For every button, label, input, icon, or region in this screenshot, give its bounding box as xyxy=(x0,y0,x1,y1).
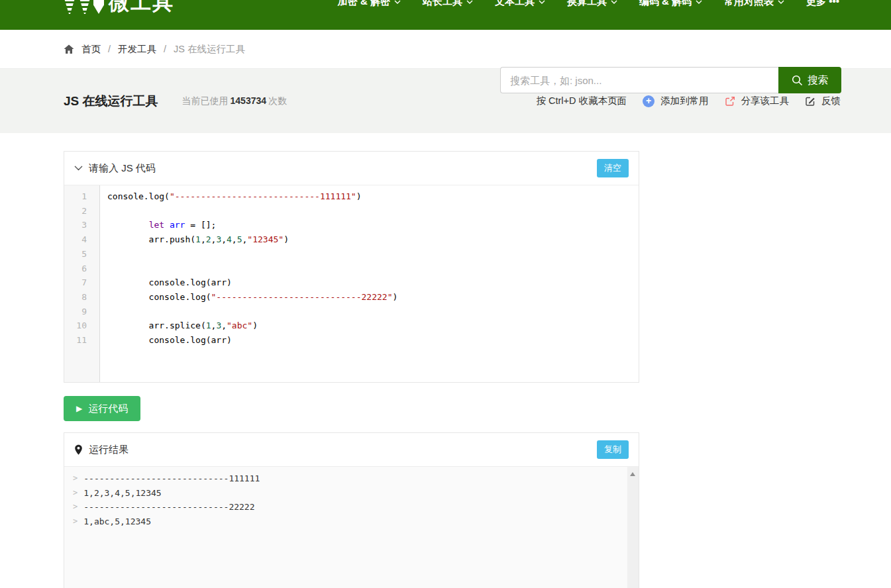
code-editor[interactable]: 1console.log("--------------------------… xyxy=(64,185,639,382)
output-line: >----------------------------22222 xyxy=(73,500,627,514)
line-number: 3 xyxy=(64,218,100,232)
nav-item[interactable]: 换算工具 xyxy=(567,0,617,9)
top-header: 微工具 加密 & 解密站长工具文本工具换算工具编码 & 解码常用对照表更多 ••… xyxy=(0,0,891,30)
breadcrumb-item: JS 在线运行工具 xyxy=(174,43,245,56)
output-line: >----------------------------111111 xyxy=(73,471,627,486)
nav-item[interactable]: 常用对照表 xyxy=(724,0,784,9)
logo-icon xyxy=(63,0,104,14)
code-line: 2 xyxy=(64,204,639,219)
line-number: 7 xyxy=(64,275,100,290)
code-text: console.log("---------------------------… xyxy=(100,290,397,305)
tool-actions: 按 Ctrl+D 收藏本页面 + 添加到常用 分享该工具 反馈 xyxy=(536,95,841,107)
code-text: console.log(arr) xyxy=(100,333,232,348)
nav-item-label: 更多 ••• xyxy=(806,0,839,9)
nav-item-label: 站长工具 xyxy=(423,0,462,9)
breadcrumb-separator: / xyxy=(108,44,111,54)
output-text: ----------------------------111111 xyxy=(83,471,260,486)
chevron-down-icon[interactable] xyxy=(74,166,83,171)
feedback-icon xyxy=(805,96,815,107)
chevron-down-icon xyxy=(394,0,401,4)
code-lines: 1console.log("--------------------------… xyxy=(64,185,639,348)
output-line: >1,abc,5,12345 xyxy=(73,514,627,529)
line-number: 10 xyxy=(64,318,100,333)
search-input[interactable] xyxy=(500,67,778,93)
nav-item-label: 文本工具 xyxy=(495,0,535,9)
line-number: 5 xyxy=(64,247,100,262)
nav-item[interactable]: 加密 & 解密 xyxy=(338,0,401,9)
code-text: arr.push(1,2,3,4,5,"12345") xyxy=(100,232,289,247)
code-text xyxy=(100,247,113,262)
chevron-down-icon xyxy=(778,0,784,4)
copy-button[interactable]: 复制 xyxy=(597,440,629,459)
line-number: 1 xyxy=(64,189,100,204)
share-button[interactable]: 分享该工具 xyxy=(725,95,790,107)
nav-item[interactable]: 文本工具 xyxy=(495,0,545,9)
usage-counter: 当前已使用1453734次数 xyxy=(182,95,288,107)
run-code-button[interactable]: ▶ 运行代码 xyxy=(64,396,140,421)
nav-item-label: 换算工具 xyxy=(567,0,607,9)
play-icon: ▶ xyxy=(76,405,82,413)
chevron-down-icon xyxy=(696,0,702,4)
search-button[interactable]: 搜索 xyxy=(778,67,841,93)
tool-search: 搜索 xyxy=(500,67,841,93)
page-title: JS 在线运行工具 xyxy=(64,93,158,110)
chevron-down-icon xyxy=(466,0,473,4)
bookmark-hint: 按 Ctrl+D 收藏本页面 xyxy=(536,95,627,107)
code-text xyxy=(100,204,113,219)
run-output: >----------------------------111111>1,2,… xyxy=(64,467,639,588)
nav-item[interactable]: 站长工具 xyxy=(423,0,473,9)
output-scrollbar[interactable] xyxy=(627,467,639,588)
home-icon xyxy=(64,44,74,54)
breadcrumb-bar: 首页/开发工具/JS 在线运行工具 搜索 xyxy=(0,30,891,69)
output-text: 1,2,3,4,5,12345 xyxy=(83,486,161,501)
code-text: console.log(arr) xyxy=(100,275,232,290)
code-line: 8 console.log("-------------------------… xyxy=(64,290,639,305)
result-panel-header: 运行结果 复制 xyxy=(64,433,639,467)
search-button-label: 搜索 xyxy=(808,74,828,87)
plus-circle-icon: + xyxy=(643,95,655,107)
output-chevron-icon: > xyxy=(73,514,78,529)
line-number: 6 xyxy=(64,262,100,276)
line-number: 11 xyxy=(64,333,100,348)
code-text xyxy=(100,262,113,276)
code-text: arr.splice(1,3,"abc") xyxy=(100,318,258,333)
code-line: 5 xyxy=(64,247,639,262)
line-number: 9 xyxy=(64,305,100,319)
breadcrumb-item[interactable]: 首页 xyxy=(81,43,101,56)
output-lines: >----------------------------111111>1,2,… xyxy=(73,471,627,529)
site-logo[interactable]: 微工具 xyxy=(63,0,174,17)
output-text: 1,abc,5,12345 xyxy=(83,514,151,529)
code-editor-panel: 请输入 JS 代码 清空 1console.log("-------------… xyxy=(64,151,639,383)
nav-item[interactable]: 更多 ••• xyxy=(806,0,839,9)
code-line: 3 let arr = []; xyxy=(64,218,639,232)
usage-count: 1453734 xyxy=(229,95,269,106)
result-panel: 运行结果 复制 >----------------------------111… xyxy=(64,432,639,588)
output-chevron-icon: > xyxy=(73,486,78,501)
chevron-down-icon xyxy=(539,0,545,4)
editor-panel-title: 请输入 JS 代码 xyxy=(89,162,156,175)
code-line: 9 xyxy=(64,305,639,319)
clear-button[interactable]: 清空 xyxy=(597,159,629,177)
code-text: console.log("---------------------------… xyxy=(100,189,362,204)
nav-item-label: 常用对照表 xyxy=(724,0,774,9)
output-line: >1,2,3,4,5,12345 xyxy=(73,486,627,501)
breadcrumb-separator: / xyxy=(164,44,166,54)
code-text: let arr = []; xyxy=(100,218,216,232)
nav-item-label: 加密 & 解密 xyxy=(338,0,390,9)
add-favorite-button[interactable]: + 添加到常用 xyxy=(643,95,709,107)
chevron-down-icon xyxy=(611,0,617,4)
scrollbar-up-icon[interactable] xyxy=(630,472,635,476)
search-icon xyxy=(792,75,803,86)
code-line: 10 arr.splice(1,3,"abc") xyxy=(64,318,639,333)
run-code-label: 运行代码 xyxy=(88,403,128,415)
location-pin-icon xyxy=(74,444,83,456)
code-line: 7 console.log(arr) xyxy=(64,275,639,290)
feedback-button[interactable]: 反馈 xyxy=(805,95,841,107)
code-line: 6 xyxy=(64,262,639,276)
nav-item[interactable]: 编码 & 解码 xyxy=(639,0,702,9)
code-line: 11 console.log(arr) xyxy=(64,333,639,348)
editor-panel-header: 请输入 JS 代码 清空 xyxy=(64,152,639,185)
line-number: 2 xyxy=(64,204,100,219)
breadcrumb-item[interactable]: 开发工具 xyxy=(118,43,156,56)
output-text: ----------------------------22222 xyxy=(83,500,254,514)
